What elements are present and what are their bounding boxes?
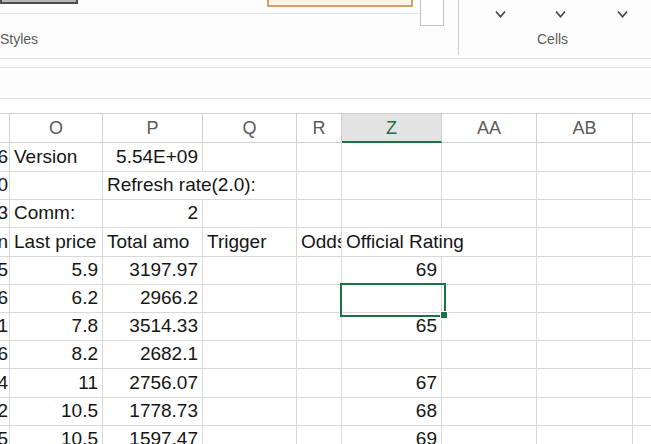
cell[interactable]: 2756.07 xyxy=(103,369,203,398)
cell[interactable]: n xyxy=(0,228,10,257)
cell[interactable] xyxy=(442,397,537,426)
cell[interactable]: Official Rating xyxy=(342,228,537,257)
cell[interactable] xyxy=(297,397,342,426)
cell[interactable]: 2 xyxy=(103,199,203,228)
cell[interactable]: 6 xyxy=(0,143,10,172)
cell[interactable]: 3197.97 xyxy=(103,256,203,285)
cell[interactable]: Last price xyxy=(10,228,103,257)
cell[interactable] xyxy=(537,143,633,172)
cell[interactable] xyxy=(203,199,297,228)
cell[interactable] xyxy=(297,256,342,285)
cell[interactable] xyxy=(633,369,651,398)
cell[interactable]: 2 xyxy=(0,397,10,426)
excel-window: Styles Cells OPQRZAAAB 6Version5.54E+090… xyxy=(0,0,651,444)
cell[interactable] xyxy=(442,256,537,285)
cell[interactable]: 10.5 xyxy=(10,397,103,426)
cell[interactable] xyxy=(537,397,633,426)
cell[interactable]: Odds xyxy=(297,228,342,257)
cell[interactable] xyxy=(633,284,651,313)
cell[interactable] xyxy=(203,340,297,369)
cell[interactable] xyxy=(342,199,442,228)
cell[interactable] xyxy=(442,340,537,369)
cell[interactable] xyxy=(633,199,651,228)
cell[interactable]: 0 xyxy=(0,171,10,200)
cell[interactable] xyxy=(537,171,633,200)
cell[interactable]: Trigger xyxy=(203,228,297,257)
cell[interactable]: 69 xyxy=(342,256,442,285)
cell[interactable]: Refresh rate(2.0): xyxy=(103,171,297,200)
cell[interactable]: 7.8 xyxy=(10,312,103,341)
cell[interactable]: Comm: xyxy=(10,199,103,228)
cell[interactable]: 5 xyxy=(0,425,10,444)
cell[interactable]: 6 xyxy=(0,284,10,313)
cell[interactable] xyxy=(442,143,537,172)
cell[interactable]: 8.2 xyxy=(10,340,103,369)
cell[interactable] xyxy=(10,171,103,200)
cell[interactable]: 2966.2 xyxy=(103,284,203,313)
cell[interactable]: 5.9 xyxy=(10,256,103,285)
cell[interactable]: Total amo xyxy=(103,228,203,257)
spreadsheet-grid: 6Version5.54E+090Refresh rate(2.0):3Comm… xyxy=(0,0,651,444)
cell[interactable]: 3 xyxy=(0,199,10,228)
cell[interactable] xyxy=(633,312,651,341)
cell[interactable] xyxy=(203,425,297,444)
cell[interactable] xyxy=(537,228,633,257)
cell[interactable] xyxy=(297,171,342,200)
cell[interactable] xyxy=(297,143,342,172)
cell[interactable] xyxy=(297,340,342,369)
fill-handle[interactable] xyxy=(440,311,448,319)
cell[interactable] xyxy=(633,340,651,369)
cell[interactable] xyxy=(537,312,633,341)
cell[interactable] xyxy=(203,312,297,341)
cell[interactable] xyxy=(203,256,297,285)
cell[interactable] xyxy=(633,228,651,257)
cell[interactable]: 5.54E+09 xyxy=(103,143,203,172)
cell[interactable] xyxy=(297,284,342,313)
cell[interactable]: 1 xyxy=(0,312,10,341)
cell[interactable]: 1597.47 xyxy=(103,425,203,444)
cell[interactable] xyxy=(633,171,651,200)
cell[interactable]: 6 xyxy=(0,340,10,369)
cell[interactable] xyxy=(537,425,633,444)
cell[interactable]: 4 xyxy=(0,369,10,398)
cell[interactable] xyxy=(442,369,537,398)
cell[interactable]: Version xyxy=(10,143,103,172)
cell[interactable] xyxy=(633,143,651,172)
cell[interactable] xyxy=(537,256,633,285)
cell[interactable]: 6.2 xyxy=(10,284,103,313)
cell[interactable] xyxy=(297,199,342,228)
cell[interactable] xyxy=(203,284,297,313)
cell[interactable]: 68 xyxy=(342,397,442,426)
cell[interactable] xyxy=(537,340,633,369)
cell[interactable] xyxy=(342,340,442,369)
cell[interactable] xyxy=(342,143,442,172)
cell[interactable] xyxy=(633,425,651,444)
cell[interactable] xyxy=(203,397,297,426)
cell[interactable] xyxy=(342,171,442,200)
cell[interactable]: 5 xyxy=(0,256,10,285)
cell[interactable] xyxy=(633,397,651,426)
cell[interactable] xyxy=(203,143,297,172)
cell[interactable]: 1778.73 xyxy=(103,397,203,426)
cell[interactable] xyxy=(297,369,342,398)
cell[interactable] xyxy=(537,199,633,228)
cell[interactable] xyxy=(297,312,342,341)
cell[interactable]: 2682.1 xyxy=(103,340,203,369)
cell[interactable]: 11 xyxy=(10,369,103,398)
selection-box xyxy=(340,283,446,317)
cell[interactable] xyxy=(442,199,537,228)
cell[interactable] xyxy=(442,312,537,341)
cell[interactable]: 3514.33 xyxy=(103,312,203,341)
cell[interactable] xyxy=(633,256,651,285)
cell[interactable] xyxy=(442,284,537,313)
cell[interactable]: 67 xyxy=(342,369,442,398)
cell[interactable] xyxy=(203,369,297,398)
cell[interactable]: 69 xyxy=(342,425,442,444)
cell[interactable] xyxy=(297,425,342,444)
cell[interactable] xyxy=(537,369,633,398)
cell[interactable] xyxy=(442,425,537,444)
cell[interactable] xyxy=(442,171,537,200)
cell[interactable] xyxy=(537,284,633,313)
cell[interactable]: 10.5 xyxy=(10,425,103,444)
